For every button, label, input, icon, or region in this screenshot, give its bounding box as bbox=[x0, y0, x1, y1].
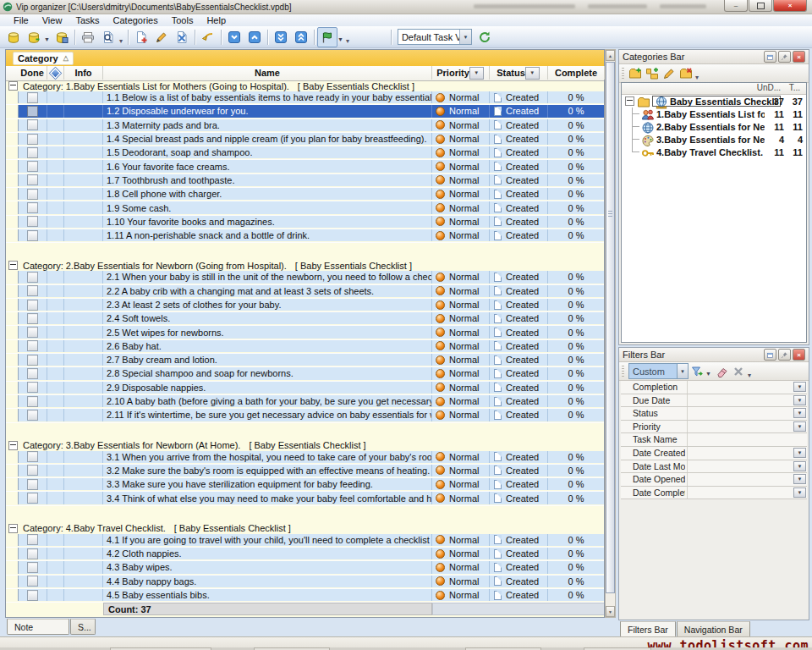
done-checkbox[interactable] bbox=[27, 327, 38, 338]
move-up-button[interactable] bbox=[244, 27, 265, 47]
task-row[interactable]: 2.11 If it's wintertime, be sure you get… bbox=[6, 409, 604, 422]
task-row[interactable]: 2.3 At least 2 sets of clothes for your … bbox=[6, 299, 604, 312]
task-name-cell[interactable]: 4.3 Baby wipes. bbox=[103, 561, 432, 573]
done-cell[interactable] bbox=[18, 312, 47, 324]
column-header-stat[interactable]: Status▼ bbox=[490, 66, 548, 80]
done-cell[interactable] bbox=[18, 382, 47, 394]
done-cell[interactable] bbox=[18, 91, 47, 103]
done-cell[interactable] bbox=[18, 105, 47, 117]
done-cell[interactable] bbox=[18, 561, 47, 573]
status-cell[interactable]: Created bbox=[490, 465, 548, 476]
filter-dropdown-icon[interactable]: ▼ bbox=[469, 67, 484, 80]
dropdown-caret-icon[interactable]: ▼ bbox=[44, 36, 50, 42]
status-cell[interactable]: Created bbox=[490, 354, 548, 366]
priority-cell[interactable]: Normal bbox=[432, 478, 490, 490]
priority-cell[interactable]: Normal bbox=[432, 91, 490, 103]
complete-cell[interactable]: 0 % bbox=[548, 478, 604, 490]
task-row[interactable]: 2.9 Disposable nappies.NormalCreated0 % bbox=[6, 382, 604, 395]
priority-cell[interactable]: Normal bbox=[432, 201, 490, 213]
menu-categories[interactable]: Categories bbox=[107, 14, 165, 26]
column-header-name[interactable]: Name bbox=[103, 66, 432, 80]
task-row[interactable]: 2.8 Special shampoo and soap for newborn… bbox=[6, 367, 604, 381]
tree-item-category[interactable]: 2.Baby Essentials for Newborn1111 bbox=[622, 120, 806, 133]
tab-navigation-bar[interactable]: Navigation Bar bbox=[677, 621, 750, 637]
complete-cell[interactable]: 0 % bbox=[548, 326, 604, 338]
filter-row-date-created[interactable]: Date Created▼ bbox=[621, 447, 807, 460]
priority-cell[interactable]: Normal bbox=[432, 409, 490, 421]
maximize-button[interactable] bbox=[749, 0, 772, 12]
priority-cell[interactable]: Normal bbox=[432, 133, 490, 145]
menu-tools[interactable]: Tools bbox=[165, 14, 200, 26]
status-cell[interactable]: Created bbox=[490, 105, 548, 117]
complete-cell[interactable]: 0 % bbox=[548, 561, 604, 573]
complete-cell[interactable]: 0 % bbox=[548, 285, 604, 297]
tree-item-category[interactable]: 3.Baby Essentials for Newborn44 bbox=[622, 133, 806, 146]
priority-cell[interactable]: Normal bbox=[432, 216, 490, 228]
complete-cell[interactable]: 0 % bbox=[548, 354, 604, 366]
priority-cell[interactable]: Normal bbox=[432, 146, 490, 158]
collapse-expander-icon[interactable] bbox=[8, 81, 18, 91]
filter-funnel-button[interactable] bbox=[689, 364, 705, 379]
done-cell[interactable] bbox=[18, 326, 47, 338]
done-checkbox[interactable] bbox=[27, 493, 38, 504]
scrollbar-thumb[interactable] bbox=[606, 62, 615, 593]
done-checkbox[interactable] bbox=[27, 216, 38, 227]
grid-vertical-scrollbar[interactable]: ▲ ▼ bbox=[605, 49, 616, 618]
done-cell[interactable] bbox=[18, 174, 47, 186]
filter-row-due-date[interactable]: Due Date▼ bbox=[621, 394, 807, 408]
clear-x-button[interactable] bbox=[730, 364, 747, 379]
priority-cell[interactable]: Normal bbox=[432, 492, 490, 504]
done-checkbox[interactable] bbox=[27, 368, 38, 379]
priority-cell[interactable]: Normal bbox=[432, 160, 490, 172]
task-name-cell[interactable]: 1.9 Some cash. bbox=[103, 201, 432, 213]
done-cell[interactable] bbox=[18, 188, 47, 200]
task-row[interactable]: 2.6 Baby hat.NormalCreated0 % bbox=[6, 340, 604, 354]
done-cell[interactable] bbox=[18, 146, 47, 158]
task-name-cell[interactable]: 2.6 Baby hat. bbox=[103, 340, 432, 352]
done-checkbox[interactable] bbox=[27, 202, 38, 213]
complete-cell[interactable]: 0 % bbox=[548, 589, 604, 601]
priority-cell[interactable]: Normal bbox=[432, 354, 490, 366]
print-preview-button[interactable] bbox=[98, 27, 118, 47]
done-cell[interactable] bbox=[18, 548, 47, 559]
task-name-cell[interactable]: 2.4 Soft towels. bbox=[103, 312, 432, 324]
filter-dropdown-icon[interactable]: ▼ bbox=[793, 461, 806, 471]
task-name-cell[interactable]: 2.11 If it's wintertime, be sure you get… bbox=[103, 409, 432, 421]
priority-cell[interactable]: Normal bbox=[432, 451, 490, 463]
close-button[interactable]: × bbox=[773, 0, 807, 12]
task-name-cell[interactable]: 2.5 Wet wipes for newborns. bbox=[103, 326, 432, 338]
curved-arrow-button[interactable] bbox=[198, 27, 218, 47]
done-checkbox[interactable] bbox=[27, 174, 38, 185]
status-cell[interactable]: Created bbox=[490, 271, 548, 283]
priority-cell[interactable]: Normal bbox=[432, 188, 490, 200]
task-row[interactable]: 1.1 Below is a list of baby essentials i… bbox=[6, 91, 604, 105]
priority-cell[interactable]: Normal bbox=[432, 285, 490, 297]
edit-category-button[interactable] bbox=[661, 66, 678, 81]
done-checkbox[interactable] bbox=[27, 548, 38, 559]
task-name-cell[interactable]: 1.7 Toothbrush and toothpaste. bbox=[103, 174, 432, 186]
task-row[interactable]: 1.11 A non-perishable snack and a bottle… bbox=[6, 229, 604, 243]
done-cell[interactable] bbox=[18, 576, 47, 587]
menu-tasks[interactable]: Tasks bbox=[69, 14, 106, 26]
task-row[interactable]: 1.2 Disposable underwear for you.NormalC… bbox=[6, 105, 604, 118]
priority-cell[interactable]: Normal bbox=[432, 105, 490, 117]
done-cell[interactable] bbox=[18, 216, 47, 228]
done-cell[interactable] bbox=[18, 395, 47, 407]
status-cell[interactable]: Created bbox=[490, 91, 548, 103]
done-cell[interactable] bbox=[18, 534, 47, 546]
menu-help[interactable]: Help bbox=[200, 14, 233, 26]
collapse-expander-icon[interactable] bbox=[8, 441, 18, 450]
done-cell[interactable] bbox=[18, 201, 47, 213]
task-row[interactable]: 4.4 Baby nappy bags.NormalCreated0 % bbox=[6, 576, 604, 589]
task-name-cell[interactable]: 2.2 A baby crib with a changing mat and … bbox=[103, 285, 432, 297]
delete-task-button[interactable] bbox=[172, 27, 192, 47]
task-name-cell[interactable]: 3.4 Think of what else you may need to m… bbox=[103, 492, 432, 504]
panel-pin-icon[interactable] bbox=[778, 51, 791, 63]
done-checkbox[interactable] bbox=[27, 285, 38, 296]
done-checkbox[interactable] bbox=[27, 479, 38, 490]
eraser-button[interactable] bbox=[713, 364, 730, 379]
done-checkbox[interactable] bbox=[27, 189, 38, 200]
done-checkbox[interactable] bbox=[27, 410, 38, 421]
done-cell[interactable] bbox=[18, 160, 47, 172]
complete-cell[interactable]: 0 % bbox=[548, 395, 604, 407]
